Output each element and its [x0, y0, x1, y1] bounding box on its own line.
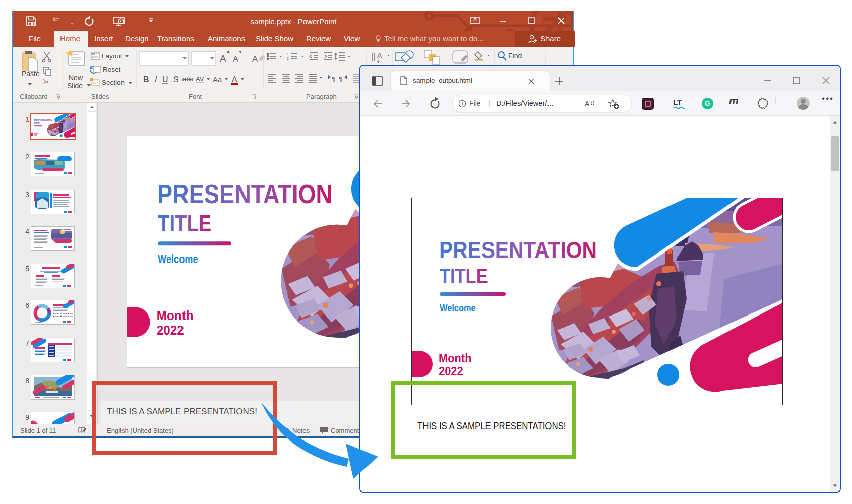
svg-text:Paragraph: Paragraph — [306, 93, 337, 100]
svg-text:B: B — [143, 75, 149, 84]
svg-text:Slides: Slides — [91, 93, 109, 100]
svg-text:A: A — [220, 53, 226, 64]
svg-text:A: A — [252, 54, 258, 64]
svg-text:Reset: Reset — [103, 66, 121, 73]
svg-text:Find: Find — [508, 52, 522, 60]
svg-text:Paste: Paste — [22, 70, 40, 78]
svg-text:¶: ¶ — [339, 75, 342, 83]
svg-text:1: 1 — [287, 52, 289, 56]
svg-text:A: A — [585, 100, 590, 108]
svg-text:AV: AV — [196, 75, 204, 83]
svg-text:A: A — [233, 55, 238, 64]
svg-text:New: New — [69, 74, 83, 82]
svg-text:Slide: Slide — [67, 82, 83, 90]
svg-text:Font: Font — [189, 93, 202, 100]
svg-text:A: A — [377, 51, 382, 59]
svg-text:U: U — [162, 75, 168, 84]
svg-text:S: S — [173, 75, 179, 84]
svg-text:Section: Section — [102, 79, 125, 86]
svg-text:Aa: Aa — [213, 75, 222, 84]
svg-text:2: 2 — [287, 57, 289, 60]
svg-text:abc: abc — [182, 75, 193, 83]
svg-text:Layout: Layout — [102, 52, 123, 60]
svg-text:Clipboard: Clipboard — [20, 93, 48, 100]
svg-text:¶: ¶ — [332, 75, 335, 83]
svg-text:A: A — [232, 75, 237, 84]
svg-text:I: I — [155, 75, 157, 84]
